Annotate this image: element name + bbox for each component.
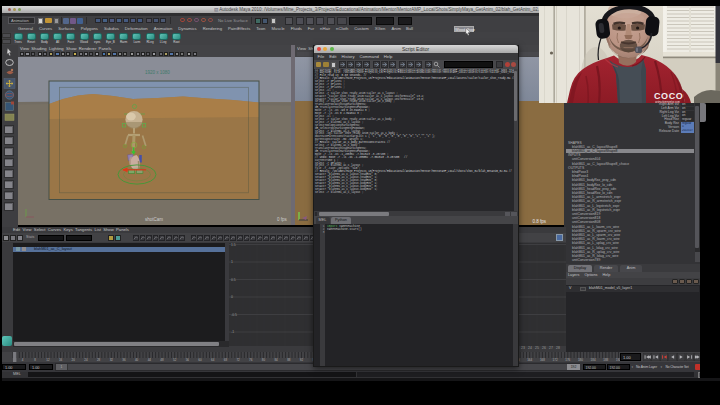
svg-text:0 fps: 0 fps [277, 217, 288, 222]
svg-text:animationmentor.com: animationmentor.com [655, 100, 680, 104]
svg-text:COCO: COCO [654, 91, 683, 101]
svg-text:shotCam: shotCam [145, 217, 163, 222]
svg-text:0.8 fps: 0.8 fps [532, 219, 546, 224]
svg-text:1920 x 1080: 1920 x 1080 [145, 70, 170, 75]
